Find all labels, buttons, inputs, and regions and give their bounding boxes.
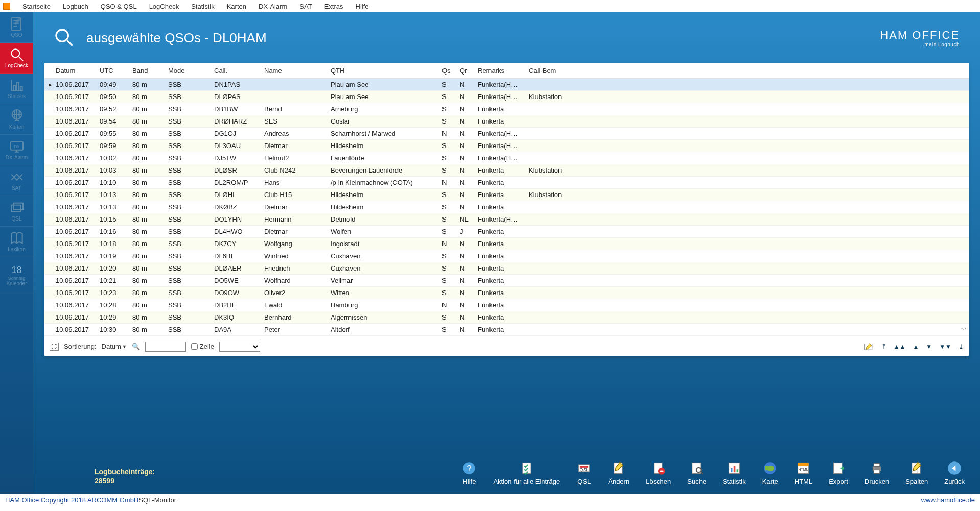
search-input[interactable] [145,342,186,352]
expand-button[interactable]: ⛶ [50,343,59,351]
svg-rect-30 [798,463,809,466]
table-row[interactable]: 10.06.201710:1080 mSSBDL2ROM/PHans/p In … [44,177,969,189]
menu-item[interactable]: Extras [324,3,343,10]
action-drucken[interactable]: Drucken [865,460,889,485]
sidebar-item-statistik[interactable]: Statistik [0,74,33,104]
action-statistik[interactable]: Statistik [722,460,746,485]
table-row[interactable]: 10.06.201710:1980 mSSBDL6BIWinfriedCuxha… [44,250,969,262]
svg-text:QSL: QSL [580,468,589,472]
edit-note-icon[interactable] [864,343,874,351]
action-spalten[interactable]: Spalten [905,460,928,485]
action-html[interactable]: HTMLHTML [795,460,812,485]
menu-item[interactable]: QSO & QSL [101,3,137,10]
action-icon [947,460,962,476]
notepad-icon [9,17,25,31]
table-row[interactable]: 10.06.201710:1680 mSSBDL4HWODietmarWolfe… [44,226,969,238]
table-row[interactable]: 10.06.201710:1380 mSSBDKØBZDietmarHildes… [44,201,969,213]
search-icon[interactable]: 🔍 [132,343,140,350]
table-row[interactable]: 10.06.201710:2880 mSSBDB2HEEwaldHamburgN… [44,299,969,311]
col-header[interactable]: Qr [456,63,474,79]
action-icon [727,460,742,476]
svg-rect-3 [17,83,19,91]
col-header[interactable]: UTC [96,63,128,79]
action-l-schen[interactable]: Löschen [646,460,671,485]
sidebar-item-qso[interactable]: QSO [0,12,33,43]
table-row[interactable]: 10.06.201710:2080 mSSBDLØAERFriedrichCux… [44,262,969,275]
col-header[interactable]: Mode [164,63,210,79]
sort-field-combo[interactable]: Datum ▼ [102,343,127,350]
col-header[interactable]: Call-Bem [525,63,969,79]
scroll-down-icon[interactable]: ﹀ [960,326,968,334]
nav-last-icon[interactable]: ⤓ [959,343,964,350]
menu-item[interactable]: Startseite [22,3,51,10]
col-header[interactable]: Datum [52,63,96,79]
sidebar-item-qsl[interactable]: QSL [0,196,33,227]
menu-item[interactable]: Hilfe [356,3,369,10]
table-row[interactable]: 10.06.201710:1380 mSSBDLØHIClub H15Hilde… [44,189,969,201]
bottom-bar: Logbucheinträge: 28599 ?HilfeAktion für … [33,356,980,494]
svg-rect-27 [737,469,739,472]
table-row[interactable]: 10.06.201709:5580 mSSBDG1OJAndreasScharn… [44,128,969,140]
action-icon [689,460,705,476]
action-karte[interactable]: Karte [762,460,778,485]
book-icon [9,231,25,246]
menu-item[interactable]: Karten [227,3,246,10]
sidebar-item-karten[interactable]: Karten [0,104,33,135]
sidebar-item-logcheck[interactable]: LogCheck [0,43,33,74]
col-header[interactable]: Call. [210,63,260,79]
menu-item[interactable]: SAT [299,3,312,10]
nav-pageup-icon[interactable]: ▲▲ [894,343,906,350]
col-header[interactable]: Name [260,63,326,79]
table-row[interactable]: 10.06.201710:3080 mSSBDA9APeterAltdorfSN… [44,324,969,336]
nav-first-icon[interactable]: ⤒ [881,343,886,350]
table-row[interactable]: 10.06.201709:5980 mSSBDL3OAUDietmarHilde… [44,140,969,152]
table-row[interactable]: 10.06.201710:2180 mSSBDO5WEWolfhardVellm… [44,275,969,287]
svg-rect-2 [13,85,15,91]
website-link[interactable]: www.hamoffice.de [921,496,975,504]
action-icon [611,460,626,476]
table-row[interactable]: 10.06.201709:5280 mSSBDB1BWBerndArneburg… [44,103,969,115]
home-icon[interactable] [3,3,10,10]
sidebar-item-sat[interactable]: SAT [0,165,33,196]
nav-up-icon[interactable]: ▲ [913,343,919,350]
svg-text:DX: DX [14,144,20,149]
zeile-checkbox[interactable] [191,343,198,350]
menu-item[interactable]: DX-Alarm [259,3,287,10]
col-header[interactable]: QTH [326,63,438,79]
sql-monitor[interactable]: SQL-Monitor [138,496,176,504]
table-row[interactable]: 10.06.201709:5080 mSSBDLØPASPlau am SeeS… [44,91,969,103]
table-row[interactable]: 10.06.201710:1880 mSSBDK7CYWolfgangIngol… [44,238,969,250]
table-row[interactable]: 10.06.201710:2980 mSSBDK3IQBernhardAlger… [44,311,969,324]
col-header[interactable]: Remarks [474,63,525,79]
action-aktion-f-r-alle-eintr-ge[interactable]: Aktion für alle Einträge [493,460,560,485]
col-header[interactable]: Qs [438,63,456,79]
nav-pagedown-icon[interactable]: ▼▼ [939,343,951,350]
col-header[interactable] [44,63,52,79]
chart-icon [9,78,25,92]
svg-rect-35 [874,470,880,474]
col-header[interactable]: Band [128,63,164,79]
sidebar-item-lexikon[interactable]: Lexikon [0,227,33,257]
table-row[interactable]: 10.06.201709:5480 mSSBDRØHARZSESGoslarSN… [44,115,969,128]
table-row[interactable]: 10.06.201710:0380 mSSBDLØSRClub N242Beve… [44,164,969,177]
menu-item[interactable]: Statistik [191,3,215,10]
table-row[interactable]: ▸10.06.201709:4980 mSSBDN1PASPlau am See… [44,79,969,91]
action-export[interactable]: Export [829,460,848,485]
sidebar-item-dxalarm[interactable]: DX DX-Alarm [0,135,33,165]
table-row[interactable]: 10.06.201710:0280 mSSBDJ5TWHelmut2Lauenf… [44,152,969,164]
action-zur-ck[interactable]: Zurück [944,460,965,485]
action-hilfe[interactable]: ?Hilfe [461,460,477,485]
menu-item[interactable]: Logbuch [63,3,88,10]
action-icon [762,460,778,476]
action-suche[interactable]: Suche [687,460,706,485]
sort-label: Sortierung: [64,343,97,350]
filter-combo[interactable] [219,342,260,352]
menu-item[interactable]: LogCheck [149,3,179,10]
nav-down-icon[interactable]: ▼ [926,343,932,350]
table-row[interactable]: 10.06.201710:1580 mSSBDO1YHNHermannDetmo… [44,213,969,226]
action-icon [651,460,666,476]
action-qsl[interactable]: QSLQSL [576,460,592,485]
sidebar-item-kalender[interactable]: 18 Sonntag Kalender [0,257,33,294]
table-row[interactable]: 10.06.201710:2380 mSSBDO9OWOliver2Witten… [44,287,969,299]
action--ndern[interactable]: Ändern [608,460,629,485]
